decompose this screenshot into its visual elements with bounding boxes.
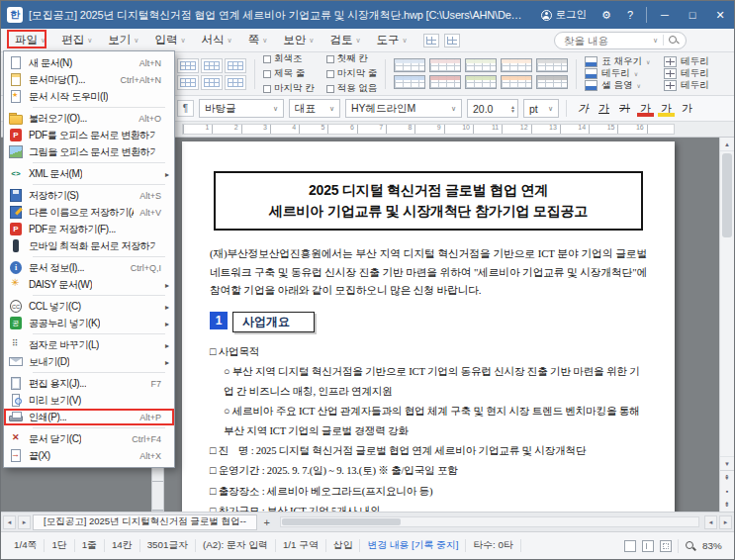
menu-item[interactable]: 보안: [275, 30, 322, 50]
menu-item[interactable]: 검토: [322, 30, 368, 50]
file-menu-item[interactable]: 보내기(D): [4, 353, 174, 370]
vertical-scroll-thumb[interactable]: [722, 153, 732, 237]
previous-page-icon[interactable]: ⇞: [720, 471, 734, 485]
login-button[interactable]: 로그인: [533, 8, 596, 22]
hscroll-right-icon[interactable]: ▸: [719, 515, 732, 529]
file-menu-item[interactable]: 끝(X) Alt+X: [4, 447, 174, 464]
file-menu-item[interactable]: 인쇄(P)... Alt+P: [4, 409, 174, 425]
table-style-checkbox[interactable]: 적용 없음: [326, 82, 378, 95]
table-action-button[interactable]: 표 채우기 ∨: [585, 56, 650, 68]
settings-gear-icon[interactable]: ⚙: [595, 1, 618, 29]
zoom-magnifier-icon[interactable]: [685, 540, 696, 552]
menu-item[interactable]: 입력: [146, 30, 193, 50]
scroll-down-icon[interactable]: ▼: [720, 456, 734, 470]
page-view-icon[interactable]: [624, 540, 636, 552]
style-set-dropdown[interactable]: 대표 ∨: [289, 99, 340, 118]
hscroll-left-icon[interactable]: ◂: [704, 515, 717, 529]
table-style-checkbox[interactable]: 회색조: [263, 52, 315, 65]
table-style-thumbnail[interactable]: [536, 75, 568, 89]
help-icon[interactable]: ?: [618, 1, 642, 29]
char-format-button[interactable]: 가: [678, 99, 696, 118]
next-page-icon[interactable]: ⇟: [720, 498, 734, 512]
file-menu-item[interactable]: 모바일 최적화 문서로 저장하기(F)...: [4, 237, 174, 254]
horizontal-scrollbar[interactable]: [280, 516, 699, 527]
horizontal-scroll-thumb[interactable]: [282, 518, 401, 525]
table-style-thumbnail[interactable]: [394, 58, 425, 72]
table-style-thumbnail[interactable]: [465, 58, 497, 72]
vertical-scrollbar[interactable]: ▲ ▼ ⇞ ▪ ⇟: [719, 138, 734, 512]
char-format-button[interactable]: 가: [657, 99, 676, 118]
paragraph-mark-icon[interactable]: ¶: [177, 100, 194, 117]
menu-item[interactable]: 서식: [194, 30, 240, 50]
table-style-thumbnail[interactable]: [429, 75, 461, 89]
scroll-up-icon[interactable]: ▲: [720, 138, 734, 151]
table-action-button[interactable]: 셀 음영 ∨: [585, 80, 650, 92]
border-button[interactable]: 테두리: [664, 56, 709, 68]
char-format-button[interactable]: 가: [574, 99, 593, 118]
table-tool-icon[interactable]: [201, 58, 223, 73]
search-input[interactable]: [562, 34, 648, 47]
ribbon-toggle-icon[interactable]: [444, 34, 460, 47]
table-tool-icon[interactable]: [201, 75, 223, 90]
font-family-dropdown[interactable]: HY헤드라인M ∨: [345, 99, 462, 118]
file-menu-item[interactable]: 편집 용지(J)... F7: [4, 375, 174, 392]
file-menu-item[interactable]: 문서 정보(I)... Ctrl+Q,I: [4, 259, 174, 276]
file-menu-item[interactable]: 공공누리 넣기(K): [4, 315, 174, 331]
table-style-checkbox[interactable]: 마지막 줄: [326, 67, 378, 80]
table-style-thumbnail[interactable]: [394, 75, 425, 89]
table-style-thumbnail[interactable]: [536, 58, 568, 72]
char-format-button[interactable]: 가: [615, 99, 634, 118]
quick-search-box[interactable]: ∨: [554, 32, 687, 49]
file-menu-item[interactable]: 문서 시작 도우미(I): [4, 88, 174, 105]
page-width-view-icon[interactable]: [660, 540, 672, 552]
char-format-button[interactable]: 가: [595, 99, 613, 118]
file-menu-item[interactable]: 그림을 오피스 문서로 변환하기(I)...: [4, 143, 174, 160]
close-button[interactable]: ✕: [706, 1, 734, 29]
menu-item[interactable]: 파일: [7, 30, 53, 50]
file-menu-item[interactable]: 미리 보기(V): [4, 392, 174, 409]
go-to-page-icon[interactable]: ▪: [720, 485, 734, 499]
file-menu-item[interactable]: 문서 닫기(C) Ctrl+F4: [4, 430, 174, 447]
file-menu-item[interactable]: XML 문서(M): [4, 165, 174, 182]
file-menu-item[interactable]: 점자로 바꾸기(L): [4, 336, 174, 353]
file-menu-item[interactable]: 다른 이름으로 저장하기(A)... Alt+V: [4, 204, 174, 221]
file-menu-item[interactable]: DAISY 문서(W): [4, 276, 174, 293]
vertical-scroll-track[interactable]: [720, 151, 734, 456]
file-menu-item[interactable]: 불러오기(O)... Alt+O: [4, 110, 174, 127]
document-page[interactable]: 2025 디지털 혁신거점 글로벌 협업 연계 세르비아 기업교류 및 시장개척…: [182, 141, 675, 512]
size-spinner-icons[interactable]: ▲▼: [510, 105, 515, 113]
table-tool-icon[interactable]: [177, 58, 199, 73]
border-button[interactable]: 테두리: [664, 68, 709, 80]
paragraph-style-dropdown[interactable]: 바탕글 ∨: [199, 99, 284, 118]
file-menu-item[interactable]: 저장하기(S) Alt+S: [4, 187, 174, 204]
new-tab-button[interactable]: +: [259, 514, 275, 530]
menu-item[interactable]: 도구: [369, 30, 415, 50]
file-menu-item[interactable]: CCL 넣기(C): [4, 298, 174, 315]
file-menu-item[interactable]: 문서마당(T)... Ctrl+Alt+N: [4, 71, 174, 88]
menu-item[interactable]: 쪽: [240, 30, 276, 50]
char-format-button[interactable]: 가: [636, 99, 655, 118]
document-tab[interactable]: [모집공고] 2025년 디지털혁신거점 글로벌 협업--: [33, 514, 257, 530]
border-button[interactable]: 테두리: [664, 80, 709, 92]
table-style-thumbnail[interactable]: [465, 75, 497, 89]
menu-item[interactable]: 편집: [53, 30, 100, 50]
table-style-thumbnail[interactable]: [501, 58, 532, 72]
table-tool-icon[interactable]: [225, 58, 246, 73]
font-size-stepper[interactable]: 20.0 ▲▼: [467, 99, 518, 118]
table-style-checkbox[interactable]: 마지막 칸: [263, 82, 315, 95]
tab-scroll-left-icon[interactable]: ◂: [3, 515, 16, 529]
file-menu-item[interactable]: PDF로 저장하기(F)...: [4, 221, 174, 237]
table-style-checkbox[interactable]: 제목 줄: [263, 67, 315, 80]
two-page-view-icon[interactable]: [642, 540, 654, 552]
table-tool-icon[interactable]: [225, 75, 246, 90]
table-action-button[interactable]: 테두리 ∨: [585, 68, 650, 80]
menu-item[interactable]: 보기: [100, 30, 146, 50]
toolbox-toggle-icon[interactable]: [423, 34, 439, 47]
search-scope-chevron-icon[interactable]: ∨: [653, 37, 658, 45]
zoom-level[interactable]: 83%: [702, 540, 726, 551]
table-style-checkbox[interactable]: 첫째 칸: [326, 52, 378, 65]
file-menu-item[interactable]: 새 문서(N) Alt+N: [4, 54, 174, 71]
minimize-button[interactable]: ─: [651, 1, 679, 29]
maximize-button[interactable]: □: [679, 1, 706, 29]
tab-scroll-right-icon[interactable]: ▸: [18, 515, 31, 529]
